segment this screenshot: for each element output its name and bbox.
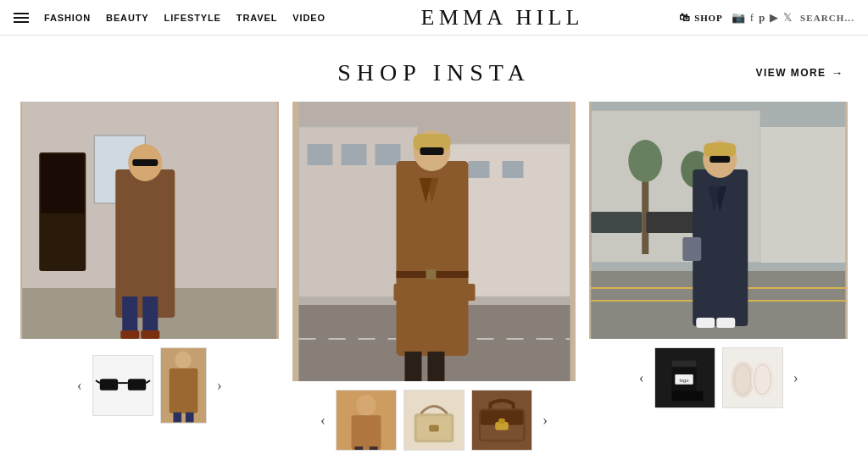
thumbnails-left: ‹ [20, 347, 279, 424]
pinterest-icon[interactable]: 𝐩 [759, 11, 765, 25]
center-prev-arrow[interactable]: ‹ [317, 412, 329, 429]
svg-rect-21 [173, 413, 181, 423]
svg-rect-44 [404, 352, 421, 381]
view-more-label: VIEW MORE [756, 67, 826, 79]
svg-point-47 [356, 395, 376, 416]
svg-rect-41 [420, 147, 443, 155]
svg-point-19 [175, 352, 191, 369]
nav-fashion[interactable]: FASHION [44, 13, 91, 23]
nav-travel[interactable]: TRAVEL [236, 13, 277, 23]
svg-rect-45 [427, 352, 444, 381]
center-photo-svg [292, 102, 576, 381]
svg-rect-5 [115, 169, 175, 318]
thumb-insoles[interactable] [722, 347, 783, 408]
brown-coat-thumb-svg [161, 347, 206, 424]
thumb-black-socks[interactable]: logo [654, 347, 715, 408]
left-next-arrow[interactable]: › [214, 377, 225, 395]
svg-rect-14 [128, 379, 146, 391]
youtube-icon[interactable]: ▶ [770, 11, 778, 25]
svg-point-65 [629, 140, 663, 182]
svg-rect-31 [502, 161, 523, 178]
instagram-icon[interactable]: 📷 [732, 11, 745, 25]
svg-rect-13 [100, 379, 118, 391]
thumbnails-center: ‹ [292, 390, 576, 451]
svg-rect-87 [671, 391, 703, 402]
svg-rect-60 [498, 418, 505, 424]
nav-lifestyle[interactable]: LIFESTYLE [164, 13, 221, 23]
svg-rect-22 [186, 413, 194, 423]
svg-rect-27 [341, 144, 366, 165]
view-more-link[interactable]: VIEW MORE → [756, 66, 844, 80]
gallery-col-left: ‹ [14, 102, 286, 424]
thumb-brown-coat-full[interactable] [160, 347, 207, 424]
svg-rect-54 [429, 425, 439, 432]
svg-rect-78 [710, 156, 731, 163]
svg-rect-43 [465, 284, 475, 301]
thumb-tan-top[interactable] [336, 390, 397, 451]
svg-rect-26 [307, 144, 332, 165]
svg-rect-49 [354, 446, 363, 450]
svg-rect-11 [141, 330, 159, 339]
left-prev-arrow[interactable]: ‹ [74, 377, 86, 395]
search-button[interactable]: SEARCH... [800, 13, 854, 23]
svg-rect-81 [717, 318, 736, 328]
insoles-thumb-svg [723, 347, 782, 408]
thumb-sunglasses[interactable] [92, 355, 153, 416]
svg-rect-69 [647, 212, 698, 233]
svg-rect-77 [704, 143, 737, 157]
main-image-center[interactable] [292, 102, 576, 381]
svg-rect-80 [697, 318, 715, 328]
thumb-beige-bag[interactable] [403, 390, 465, 451]
site-title[interactable]: EMMA HILL [326, 5, 679, 30]
header-right: 🛍 SHOP 📷 f 𝐩 ▶ 𝕏 SEARCH... [679, 11, 854, 25]
svg-rect-68 [592, 212, 643, 233]
arrow-right-icon: → [832, 66, 844, 80]
svg-rect-10 [120, 330, 139, 339]
section-header: SHOP INSTA VIEW MORE → [0, 36, 868, 102]
section-title: SHOP INSTA [337, 59, 531, 86]
svg-rect-79 [683, 237, 702, 261]
svg-rect-7 [132, 159, 158, 166]
svg-rect-28 [375, 144, 400, 165]
gallery-section: ‹ [0, 102, 868, 451]
nav-left: FASHION BEAUTY LIFESTYLE TRAVEL VIDEO [14, 13, 326, 23]
beige-bag-thumb-svg [404, 390, 464, 451]
svg-rect-48 [352, 415, 381, 450]
black-socks-thumb-svg: logo [655, 347, 715, 408]
svg-rect-38 [426, 269, 436, 280]
brown-bag-thumb-svg [472, 390, 531, 451]
shop-link[interactable]: 🛍 SHOP [679, 11, 722, 25]
right-prev-arrow[interactable]: ‹ [636, 369, 648, 387]
sunglasses-thumb-svg [93, 355, 153, 416]
svg-rect-30 [468, 161, 489, 178]
svg-rect-2 [41, 154, 84, 213]
svg-text:logo: logo [679, 378, 688, 383]
right-photo-svg [589, 102, 848, 339]
thumbnails-right: ‹ logo [589, 347, 848, 408]
site-header: FASHION BEAUTY LIFESTYLE TRAVEL VIDEO EM… [0, 0, 868, 36]
nav-beauty[interactable]: BEAUTY [106, 13, 149, 23]
hamburger-menu[interactable] [14, 13, 29, 23]
center-next-arrow[interactable]: › [539, 412, 551, 429]
social-icons: 📷 f 𝐩 ▶ 𝕏 [732, 11, 792, 25]
svg-rect-50 [370, 446, 378, 450]
facebook-icon[interactable]: f [750, 11, 754, 25]
nav-video[interactable]: VIDEO [292, 13, 326, 23]
svg-rect-84 [671, 361, 696, 368]
gallery-col-right: ‹ logo [582, 102, 854, 408]
gallery-col-center: ‹ [286, 102, 583, 451]
thumb-brown-bag[interactable] [471, 390, 532, 451]
left-photo-svg [20, 102, 279, 339]
twitter-icon[interactable]: 𝕏 [783, 11, 792, 25]
shop-bag-icon: 🛍 [679, 11, 691, 25]
main-image-right[interactable] [589, 102, 848, 339]
svg-rect-20 [169, 368, 198, 413]
right-next-arrow[interactable]: › [790, 369, 802, 387]
main-image-left[interactable] [20, 102, 279, 339]
shop-label: SHOP [694, 13, 722, 23]
svg-rect-42 [393, 284, 403, 301]
svg-rect-63 [761, 127, 846, 263]
tan-top-thumb-svg [337, 390, 396, 451]
